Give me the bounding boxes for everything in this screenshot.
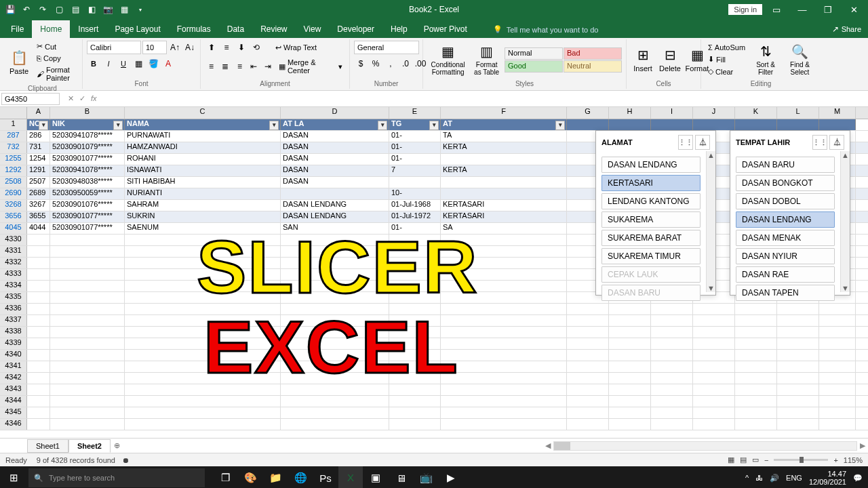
taskbar-search[interactable]: 🔍Type here to search: [28, 468, 205, 487]
cell[interactable]: [651, 304, 693, 314]
cell[interactable]: SAHRAM: [125, 200, 281, 211]
tab-page-layout[interactable]: Page Layout: [106, 20, 168, 38]
cell[interactable]: [693, 361, 735, 372]
percent-icon[interactable]: %: [369, 57, 382, 70]
slicer[interactable]: ALAMAT⋮⋮⏃DASAN LENDANGKERTASARILENDANG K…: [595, 130, 716, 296]
row-header[interactable]: 4340: [0, 350, 27, 361]
row-header[interactable]: 4335: [0, 292, 27, 303]
currency-icon[interactable]: $: [354, 57, 368, 70]
row-header[interactable]: 732: [0, 142, 27, 153]
zoom-level[interactable]: 115%: [844, 456, 863, 464]
cell[interactable]: [27, 315, 50, 326]
cell[interactable]: [693, 373, 735, 384]
ribbon-options-icon[interactable]: ▭: [765, 0, 788, 19]
tab-file[interactable]: File: [3, 20, 32, 38]
slicer-item[interactable]: DASAN BARU: [736, 157, 835, 173]
cell[interactable]: [609, 396, 651, 407]
cell[interactable]: [50, 315, 125, 326]
cell[interactable]: 4044: [27, 223, 50, 234]
cell[interactable]: SUKRIN: [125, 211, 281, 222]
row-header[interactable]: 4339: [0, 338, 27, 349]
sort-filter-button[interactable]: ⇅Sort & Filter: [751, 42, 781, 77]
orientation-icon[interactable]: ⟲: [250, 41, 263, 54]
clear-filter-icon[interactable]: ⏃: [695, 135, 710, 150]
cell[interactable]: [50, 281, 125, 291]
cell[interactable]: AT: [441, 119, 567, 130]
row-header[interactable]: 4333: [0, 269, 27, 280]
cell[interactable]: DASAN: [281, 142, 389, 153]
cell[interactable]: [50, 338, 125, 349]
row-header[interactable]: 4341: [0, 361, 27, 372]
column-header[interactable]: D: [281, 107, 389, 119]
cell[interactable]: NURIANTI: [125, 188, 281, 199]
cell[interactable]: [777, 384, 819, 395]
taskbar-app-icon[interactable]: 📁: [263, 466, 288, 488]
paste-button[interactable]: 📋Paste: [7, 48, 31, 77]
cell[interactable]: [441, 350, 567, 361]
cell[interactable]: KERTASARI: [441, 211, 567, 222]
tab-developer[interactable]: Developer: [329, 20, 382, 38]
cell[interactable]: [50, 235, 125, 245]
column-header[interactable]: H: [609, 107, 651, 119]
format-table-button[interactable]: ▥Format as Table: [471, 42, 502, 77]
cell[interactable]: [819, 396, 856, 407]
cell[interactable]: [567, 350, 609, 361]
cell[interactable]: [50, 258, 125, 268]
underline-button[interactable]: U: [117, 57, 130, 70]
font-size-select[interactable]: [142, 41, 167, 54]
cell[interactable]: [27, 269, 50, 280]
cell[interactable]: [735, 315, 777, 326]
cell[interactable]: [27, 419, 50, 430]
cell[interactable]: [441, 327, 567, 338]
row-header[interactable]: 3268: [0, 200, 27, 211]
undo-icon[interactable]: ↶: [19, 2, 34, 17]
cell[interactable]: [693, 315, 735, 326]
cell[interactable]: NO: [27, 119, 50, 130]
sheet-tab[interactable]: Sheet1: [27, 439, 68, 453]
cell[interactable]: [609, 407, 651, 418]
cell[interactable]: 3267: [27, 200, 50, 211]
cell[interactable]: [777, 361, 819, 372]
cell[interactable]: 2507: [27, 177, 50, 188]
qat-icon[interactable]: ◧: [84, 2, 99, 17]
cell[interactable]: [567, 419, 609, 430]
cell[interactable]: 286: [27, 131, 50, 142]
cell[interactable]: [50, 384, 125, 395]
horizontal-scrollbar[interactable]: ◀ ▶: [542, 441, 868, 451]
cell[interactable]: [777, 407, 819, 418]
multi-select-icon[interactable]: ⋮⋮: [678, 135, 693, 150]
dec-inc-icon[interactable]: .0: [399, 57, 412, 70]
align-right-icon[interactable]: ≡: [233, 60, 246, 73]
cell[interactable]: [441, 407, 567, 418]
cell-styles-gallery[interactable]: Normal Bad Good Neutral: [505, 47, 622, 73]
merge-button[interactable]: ▦ Merge & Center ▾: [276, 57, 345, 76]
cell[interactable]: [50, 327, 125, 338]
cell[interactable]: [281, 396, 389, 407]
taskbar-app-icon[interactable]: Ps: [313, 466, 338, 488]
cell[interactable]: [735, 338, 777, 349]
add-sheet-button[interactable]: ⊕: [111, 441, 124, 450]
slicer-scrollbar[interactable]: ▲▼: [840, 151, 850, 292]
cell[interactable]: [27, 384, 50, 395]
cell[interactable]: [819, 119, 856, 130]
cell[interactable]: [693, 338, 735, 349]
zoom-out-icon[interactable]: −: [764, 456, 768, 464]
slicer-item[interactable]: DASAN TAPEN: [736, 285, 835, 301]
column-header[interactable]: J: [693, 107, 735, 119]
cut-button[interactable]: ✂Cut: [34, 41, 78, 52]
cell[interactable]: [651, 384, 693, 395]
cell[interactable]: [777, 338, 819, 349]
cell[interactable]: 3655: [27, 211, 50, 222]
cell[interactable]: [27, 281, 50, 291]
cell[interactable]: 52030901079*****: [50, 142, 125, 153]
row-header[interactable]: 3656: [0, 211, 27, 222]
cell[interactable]: [819, 384, 856, 395]
copy-button[interactable]: ⎘Copy: [34, 53, 78, 64]
qat-icon[interactable]: ▢: [52, 2, 66, 17]
cell[interactable]: [819, 327, 856, 338]
slicer-item[interactable]: DASAN BARU: [601, 285, 701, 301]
cell[interactable]: [567, 119, 609, 130]
cell[interactable]: ROHANI: [125, 154, 281, 165]
cell[interactable]: [50, 407, 125, 418]
cell[interactable]: [651, 419, 693, 430]
